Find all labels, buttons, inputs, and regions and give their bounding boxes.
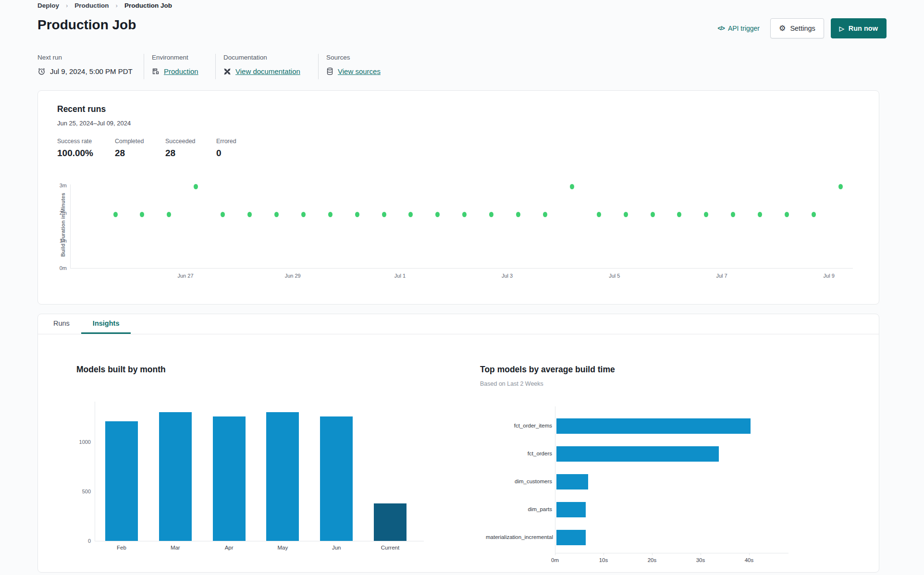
- hbar-tick-mark: [604, 553, 604, 555]
- month-bar: [266, 412, 299, 541]
- run-duration-dot: [489, 212, 493, 217]
- next-run-section: Next run Jul 9, 2024, 5:00 PM PDT: [37, 54, 144, 79]
- page-title: Production Job: [37, 17, 136, 33]
- hbar-y-axis-line: [555, 406, 555, 553]
- documentation-section: Documentation View documentation: [216, 54, 319, 79]
- build-duration-scatter-chart: Build Duration in Minutes 0m1m2m3mJun 27…: [54, 181, 862, 292]
- tab-insights[interactable]: Insights: [81, 314, 131, 334]
- hbar-x-tick: 10s: [591, 557, 616, 563]
- hbar-tick-mark: [652, 553, 653, 555]
- bar-y-tick: 0: [73, 538, 91, 544]
- breadcrumb-production[interactable]: Production: [74, 2, 109, 9]
- bar-x-tick: Mar: [159, 545, 192, 551]
- scatter-y-tick: 3m: [54, 183, 67, 188]
- month-bar: [320, 416, 353, 541]
- bar-x-tick: Jun: [320, 545, 353, 551]
- hbar-x-tick: 0m: [543, 557, 567, 563]
- code-icon: </>: [718, 25, 725, 32]
- recent-runs-stats: Success rate 100.00% Completed 28 Succee…: [57, 138, 236, 159]
- scatter-x-tick: Jul 7: [710, 273, 734, 279]
- scatter-y-tick: 0m: [54, 265, 67, 271]
- hbar-x-tick: 40s: [737, 557, 761, 563]
- month-bar: [159, 412, 192, 541]
- run-duration-dot: [570, 184, 574, 189]
- stat-succeeded: Succeeded 28: [165, 138, 216, 159]
- run-duration-dot: [543, 212, 547, 217]
- run-duration-dot: [785, 212, 789, 217]
- month-bar: [105, 421, 138, 541]
- settings-label: Settings: [790, 24, 815, 32]
- breadcrumb-production-job: Production Job: [124, 2, 172, 9]
- settings-button[interactable]: ⚙ Settings: [770, 18, 824, 38]
- recent-runs-date-range: Jun 25, 2024–Jul 09, 2024: [57, 120, 131, 127]
- bar-x-tick: Feb: [105, 545, 138, 551]
- environment-label: Environment: [152, 54, 215, 61]
- run-duration-dot: [167, 212, 171, 217]
- run-duration-dot: [704, 212, 708, 217]
- top-models-subtitle: Based on Last 2 Weeks: [480, 380, 543, 387]
- bar-x-tick: Current: [373, 545, 407, 551]
- view-documentation-link[interactable]: View documentation: [235, 67, 300, 75]
- environment-link[interactable]: Production: [164, 67, 198, 75]
- month-bar: [213, 416, 246, 541]
- run-duration-dot: [812, 212, 816, 217]
- run-now-label: Run now: [849, 24, 878, 32]
- run-duration-dot: [194, 184, 198, 189]
- run-duration-dot: [113, 212, 118, 217]
- build-time-bar: [556, 530, 586, 545]
- run-duration-dot: [221, 212, 225, 217]
- run-now-button[interactable]: ▷ Run now: [831, 18, 887, 38]
- scatter-y-axis-line: [70, 184, 71, 268]
- scatter-x-tick: Jul 3: [495, 273, 519, 279]
- next-run-datetime: Jul 9, 2024, 5:00 PM PDT: [50, 67, 133, 75]
- scatter-x-tick: Jul 9: [817, 273, 841, 279]
- documentation-value: View documentation: [223, 67, 318, 79]
- scatter-x-tick: Jul 1: [388, 273, 412, 279]
- bar-y-tick: 500: [73, 489, 91, 494]
- run-duration-dot: [247, 212, 252, 217]
- sources-database-icon: [326, 67, 333, 75]
- api-trigger-link[interactable]: </> API trigger: [718, 24, 760, 32]
- job-info-strip: Next run Jul 9, 2024, 5:00 PM PDT Enviro…: [37, 54, 381, 79]
- hbar-x-tick: 20s: [640, 557, 664, 563]
- run-duration-dot: [838, 184, 843, 189]
- build-time-bar: [556, 502, 586, 517]
- run-duration-dot: [382, 212, 386, 217]
- gear-icon: ⚙: [779, 24, 786, 32]
- scatter-y-tick: 2m: [54, 210, 67, 216]
- scatter-y-axis-label: Build Duration in Minutes: [60, 186, 66, 263]
- sources-value: View sources: [326, 67, 381, 79]
- build-time-bar: [556, 446, 719, 462]
- run-duration-dot: [651, 212, 655, 217]
- bar-y-tick: 1000: [73, 439, 91, 445]
- chevron-right-icon: ›: [116, 2, 118, 9]
- top-models-hbar-chart: fct_order_itemsfct_ordersdim_customersdi…: [486, 406, 813, 570]
- bar-x-axis-line: [95, 541, 424, 541]
- sources-label: Sources: [326, 54, 381, 61]
- scatter-x-tick: Jun 27: [173, 273, 197, 279]
- models-built-title: Models built by month: [76, 365, 166, 375]
- tab-runs[interactable]: Runs: [42, 314, 81, 334]
- run-duration-dot: [355, 212, 359, 217]
- run-duration-dot: [597, 212, 601, 217]
- alarm-clock-icon: [37, 67, 46, 75]
- scatter-x-axis-line: [70, 268, 853, 269]
- model-name-label: fct_order_items: [486, 423, 552, 428]
- scatter-y-tick: 1m: [54, 238, 67, 244]
- stat-completed: Completed 28: [115, 138, 165, 159]
- play-icon: ▷: [839, 25, 844, 32]
- run-duration-dot: [435, 212, 440, 217]
- environment-value: Production: [152, 67, 215, 79]
- environment-section: Environment Production: [144, 54, 216, 79]
- run-duration-dot: [301, 212, 306, 217]
- hbar-x-axis-line: [555, 553, 788, 553]
- hbar-x-tick: 30s: [689, 557, 713, 563]
- breadcrumb-deploy[interactable]: Deploy: [37, 2, 59, 9]
- sources-section: Sources View sources: [319, 54, 381, 79]
- hbar-tick-mark: [701, 553, 701, 555]
- view-sources-link[interactable]: View sources: [338, 67, 381, 75]
- tab-bar: Runs Insights: [38, 314, 879, 334]
- build-time-bar: [556, 418, 751, 434]
- run-duration-dot: [677, 212, 681, 217]
- month-bar: [374, 503, 407, 541]
